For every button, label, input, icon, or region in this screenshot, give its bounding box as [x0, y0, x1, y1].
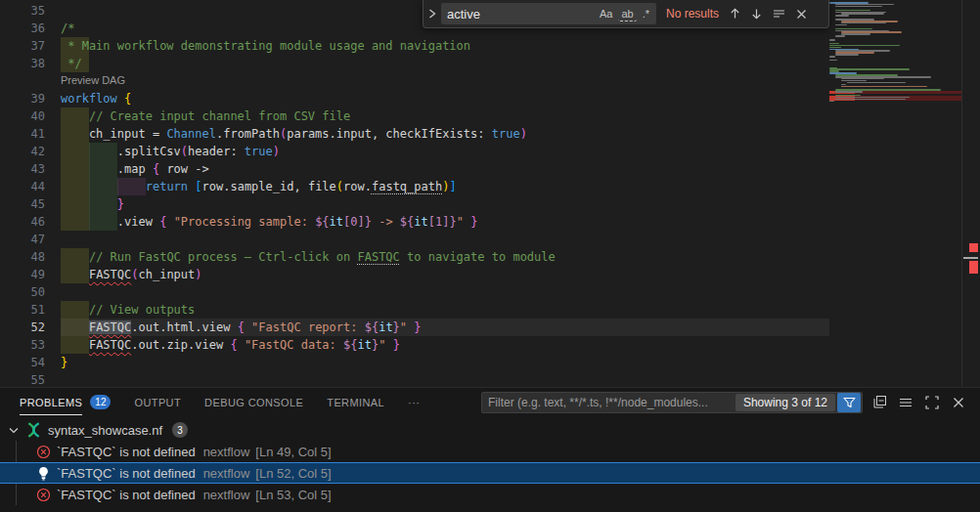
- code-line-38[interactable]: 38 */: [0, 55, 829, 72]
- next-match-icon[interactable]: [751, 8, 762, 20]
- code-token: Channel: [166, 127, 216, 141]
- problems-filter-box: Showing 3 of 12: [481, 392, 863, 413]
- minimap-code-row: [841, 84, 846, 86]
- problem-location: [Ln 52, Col 5]: [255, 466, 331, 481]
- code-token: {: [238, 320, 245, 334]
- code-line-46[interactable]: 46 .view { "Processing sample: ${it[0]} …: [0, 213, 829, 231]
- problem-message: `FASTQC` is not defined: [57, 466, 196, 481]
- previous-match-icon[interactable]: [730, 8, 740, 20]
- code-token: row ->: [159, 162, 209, 176]
- problem-rows: `FASTQC` is not definednextflow[Ln 49, C…: [0, 441, 980, 505]
- code-token: [61, 338, 89, 352]
- filter-results-badge: Showing 3 of 12: [735, 394, 835, 411]
- vscode-window: 3536/*37 * Main workflow demonstrating m…: [0, 0, 980, 512]
- code-token: .out.zip.view: [131, 338, 230, 352]
- codelens-preview-dag-link[interactable]: Preview DAG: [61, 72, 125, 88]
- line-number: 40: [0, 107, 45, 125]
- code-line-43[interactable]: 43 .map { row ->: [0, 160, 829, 178]
- whole-word-icon[interactable]: ab: [618, 7, 636, 21]
- code-line-39[interactable]: 39workflow {: [0, 90, 829, 107]
- code-line-47[interactable]: 47: [0, 231, 829, 248]
- minimap-code-row: [835, 91, 863, 93]
- code-line-40[interactable]: 40 // Create input channel from CSV file: [0, 107, 829, 125]
- problem-location: [Ln 53, Col 5]: [255, 488, 331, 502]
- problems-file-name: syntax_showcase.nf: [48, 423, 162, 438]
- code-token: ch_input =: [61, 127, 166, 141]
- code-line-44[interactable]: 44 return [row.sample_id, file(row.fastq…: [0, 178, 829, 195]
- code-line-37[interactable]: 37 * Main workflow demonstrating module …: [0, 37, 829, 55]
- panel-tab-debug-console[interactable]: DEBUG CONSOLE: [204, 388, 303, 416]
- code-line-52[interactable]: 52 FASTQC.out.html.view { "FastQC report…: [0, 319, 829, 336]
- code-line-48[interactable]: 48 // Run FastQC process – Ctrl-click on…: [0, 248, 829, 266]
- lightbulb-icon: [35, 465, 51, 481]
- code-token: * Main workflow demonstrating module usa…: [61, 39, 470, 53]
- code-token: FASTQC: [357, 250, 399, 264]
- line-number: 46: [0, 213, 45, 231]
- line-number: 39: [0, 90, 45, 107]
- panel-tab-problems[interactable]: PROBLEMS12: [20, 388, 111, 416]
- minimap-code-row: [829, 68, 910, 70]
- code-token: {: [230, 338, 237, 352]
- line-number: 52: [0, 319, 45, 336]
- code-line-42[interactable]: 42 .splitCsv(header: true): [0, 143, 829, 160]
- code-token: (: [131, 268, 138, 281]
- code-line-49[interactable]: 49 FASTQC(ch_input): [0, 266, 829, 283]
- find-input[interactable]: [447, 7, 594, 21]
- code-token: return: [146, 180, 188, 193]
- code-line-55[interactable]: 55: [0, 371, 829, 387]
- code-line-41[interactable]: 41 ch_input = Channel.fromPath(params.in…: [0, 125, 829, 143]
- code-line-53[interactable]: 53 FASTQC.out.zip.view { "FastQC data: $…: [0, 336, 829, 354]
- problem-message: `FASTQC` is not defined: [57, 445, 196, 459]
- panel-tab-label: PROBLEMS: [20, 390, 82, 415]
- maximize-panel-icon[interactable]: [922, 393, 942, 412]
- minimap-code-row: [835, 10, 870, 12]
- code-token: [61, 180, 146, 193]
- code-token: (: [336, 180, 343, 193]
- code-token: row.: [343, 180, 372, 193]
- find-in-selection-icon[interactable]: [773, 8, 785, 20]
- code-token: .splitCsv: [61, 145, 181, 158]
- problems-filter-input[interactable]: [482, 396, 735, 409]
- collapse-all-icon[interactable]: [869, 393, 889, 412]
- line-number: 42: [0, 143, 45, 160]
- line-number: 55: [0, 371, 45, 387]
- problem-source: nextflow: [203, 488, 250, 502]
- code-token: "FastQC data:: [245, 338, 343, 352]
- line-number: 47: [0, 231, 45, 248]
- close-panel-icon[interactable]: [949, 393, 968, 412]
- code-editor[interactable]: 3536/*37 * Main workflow demonstrating m…: [0, 0, 980, 387]
- panel-tab-terminal[interactable]: TERMINAL: [327, 388, 384, 416]
- problems-file-row[interactable]: syntax_showcase.nf 3: [0, 419, 980, 441]
- minimap-code-row: [841, 33, 870, 35]
- minimap[interactable]: [829, 0, 961, 387]
- code-line-45[interactable]: 45 }: [0, 195, 829, 213]
- code-token: .out.html.view: [131, 320, 237, 334]
- problem-row[interactable]: `FASTQC` is not definednextflow[Ln 52, C…: [0, 462, 980, 484]
- code-line-50[interactable]: 50: [0, 283, 829, 301]
- filter-funnel-icon[interactable]: [837, 393, 861, 412]
- error-icon: [35, 444, 51, 459]
- code-token: */: [61, 57, 82, 70]
- problem-source: nextflow: [203, 445, 250, 459]
- panel-tab-output[interactable]: OUTPUT: [134, 388, 181, 416]
- line-number: 45: [0, 195, 45, 213]
- problems-file-count-badge: 3: [172, 422, 188, 438]
- match-case-icon[interactable]: Aa: [597, 7, 615, 21]
- problems-count-badge: 12: [90, 395, 111, 409]
- code-token: /*: [61, 21, 74, 35]
- chevron-down-icon[interactable]: [6, 427, 22, 434]
- view-as-table-icon[interactable]: [896, 393, 915, 412]
- ruler-error-mark: [969, 261, 978, 274]
- problem-row[interactable]: `FASTQC` is not definednextflow[Ln 53, C…: [0, 484, 980, 505]
- problem-source: nextflow: [203, 466, 250, 481]
- code-line-54[interactable]: 54}: [0, 354, 829, 371]
- panel-more-actions-icon[interactable]: ···: [408, 388, 420, 416]
- problem-row[interactable]: `FASTQC` is not definednextflow[Ln 49, C…: [0, 441, 980, 462]
- minimap-code-row: [841, 86, 927, 88]
- code-line-51[interactable]: 51 // View outputs: [0, 301, 829, 319]
- toggle-replace-chevron-icon[interactable]: [423, 9, 441, 19]
- regex-icon[interactable]: .*: [640, 7, 652, 21]
- close-find-icon[interactable]: [796, 9, 807, 20]
- code-token: .fromPath: [216, 127, 280, 141]
- code-token: params.input, checkIfExists:: [287, 127, 492, 141]
